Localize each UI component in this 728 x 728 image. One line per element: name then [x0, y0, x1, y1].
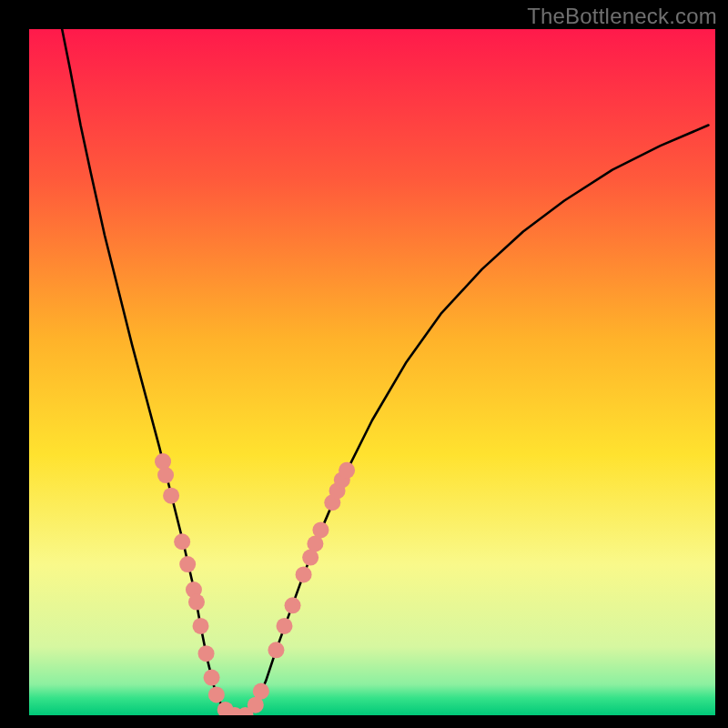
data-marker [163, 488, 179, 504]
chart-stage: TheBottleneck.com [0, 0, 728, 728]
data-marker [296, 566, 312, 582]
watermark-text: TheBottleneck.com [527, 4, 717, 29]
data-marker [312, 521, 329, 538]
data-marker [198, 645, 215, 662]
data-marker [339, 462, 355, 479]
chart-svg [0, 0, 728, 728]
data-marker [188, 594, 205, 611]
data-marker [253, 683, 269, 700]
data-marker [179, 556, 196, 572]
data-marker [268, 642, 284, 658]
data-marker [285, 597, 301, 613]
data-marker [157, 467, 174, 483]
data-marker [174, 533, 190, 550]
data-marker [204, 670, 220, 686]
data-marker [208, 686, 225, 703]
data-marker [155, 453, 171, 470]
data-marker [193, 618, 209, 634]
data-marker [276, 618, 292, 634]
gradient-background [29, 29, 715, 715]
